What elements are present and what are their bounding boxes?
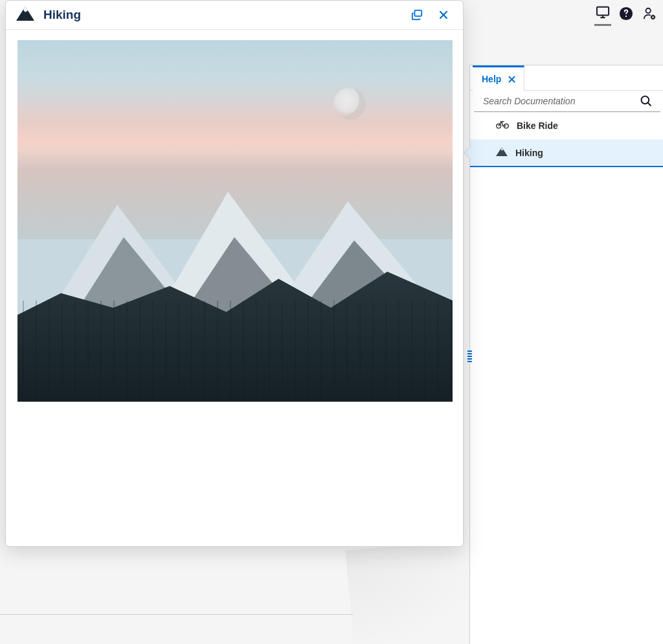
close-button[interactable] [436,7,451,23]
modal-header: Hiking [6,1,463,30]
hiking-modal: Hiking [5,0,464,547]
tab-help[interactable]: Help [473,65,524,91]
top-toolbar [596,6,657,21]
modal-title-group: Hiking [16,6,81,23]
search-input[interactable] [483,96,640,106]
list-item-label: Bike Ride [517,121,558,131]
svg-point-5 [646,8,651,13]
bike-icon [496,120,509,131]
monitor-icon[interactable] [596,6,610,21]
svg-point-4 [625,16,627,17]
background-decoration [345,538,496,644]
svg-rect-0 [597,7,609,16]
modal-body [6,30,463,546]
search-button[interactable] [640,95,653,108]
mountain-photo [17,40,453,402]
help-panel: Help [469,65,663,644]
search-row [474,91,660,112]
help-list: Bike Ride Hiking [470,112,663,167]
mountain-icon [16,6,34,23]
svg-rect-9 [414,10,421,16]
help-circle-icon[interactable] [619,6,633,21]
modal-title: Hiking [43,8,81,22]
modal-actions [409,6,451,23]
svg-point-14 [642,97,649,104]
svg-line-15 [648,103,651,106]
selection-pointer-icon [464,147,470,159]
list-item-hiking[interactable]: Hiking [470,139,663,167]
help-tab-strip: Help [470,65,663,91]
list-item-bike-ride[interactable]: Bike Ride [470,112,663,139]
user-settings-icon[interactable] [642,6,657,21]
mountain-icon [496,147,508,158]
list-item-label: Hiking [515,148,543,158]
resize-handle[interactable] [467,351,472,363]
help-tab-label: Help [482,74,501,84]
divider [0,614,353,615]
popout-button[interactable] [409,6,425,23]
help-tab-close[interactable] [508,75,516,84]
